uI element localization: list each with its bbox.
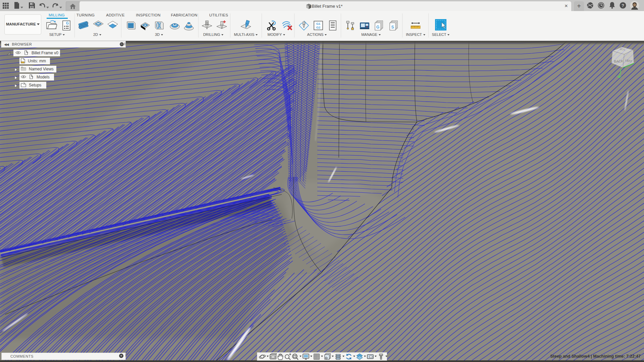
- svg-text:G: G: [376, 25, 379, 29]
- svg-text:S: S: [391, 25, 394, 29]
- svg-text:G2: G2: [316, 25, 321, 29]
- svg-text:G1: G1: [316, 22, 321, 25]
- svg-text:BACK: BACK: [614, 59, 624, 63]
- svg-text:?: ?: [622, 3, 624, 8]
- svg-text:TOP: TOP: [620, 47, 625, 51]
- svg-text:G: G: [66, 21, 69, 25]
